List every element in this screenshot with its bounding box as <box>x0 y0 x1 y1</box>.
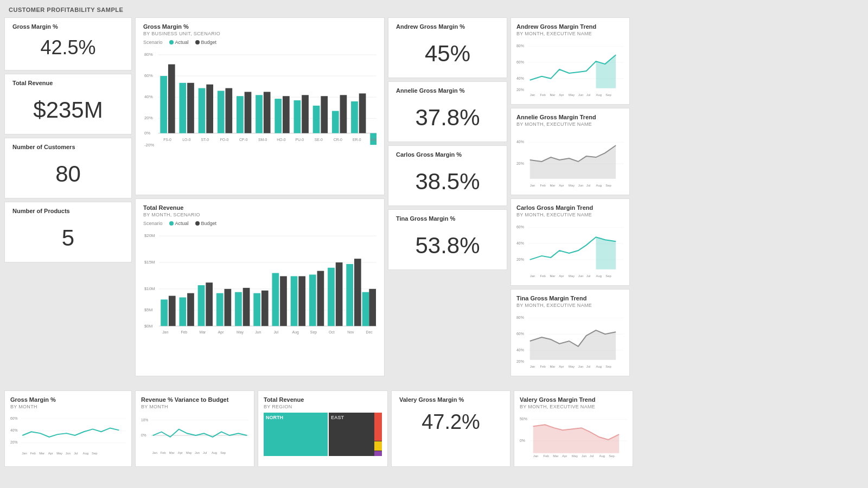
svg-rect-12 <box>168 65 175 133</box>
gross-margin-bu-subtitle: BY BUSINESS UNIT, SCENARIO <box>143 31 376 36</box>
svg-text:HO-0: HO-0 <box>277 138 286 142</box>
svg-text:20%: 20% <box>10 441 18 445</box>
svg-rect-64 <box>235 292 242 326</box>
gross-margin-month-chart: 60% 40% 20% Jan Feb Mar Apr May Jun Jul … <box>10 413 126 459</box>
revenue-variance-subtitle: BY MONTH <box>141 404 248 409</box>
svg-rect-56 <box>161 299 168 326</box>
svg-rect-62 <box>216 293 224 326</box>
svg-text:Aug: Aug <box>596 365 602 369</box>
svg-text:40%: 40% <box>10 428 18 432</box>
svg-rect-18 <box>225 88 232 133</box>
svg-rect-66 <box>253 293 260 326</box>
svg-text:Feb: Feb <box>540 94 546 97</box>
actual-legend-item2: Actual <box>169 221 189 226</box>
svg-text:Mar: Mar <box>550 365 555 369</box>
svg-text:Sep: Sep <box>609 454 615 458</box>
svg-rect-68 <box>272 273 279 326</box>
valery-margin-label: Valery Gross Margin % <box>399 396 502 403</box>
num-products-kpi-card: Number of Products 5 <box>4 202 132 262</box>
svg-text:40%: 40% <box>516 348 524 352</box>
svg-rect-25 <box>294 100 301 133</box>
svg-text:Jan: Jan <box>530 275 535 278</box>
svg-text:SE-0: SE-0 <box>315 138 323 142</box>
svg-text:$20M: $20M <box>144 233 155 238</box>
valery-margin-card: Valery Gross Margin % 47.2% <box>391 390 510 467</box>
num-customers-value: 80 <box>12 151 124 192</box>
svg-text:MA-0: MA-0 <box>371 138 376 142</box>
svg-text:Sep: Sep <box>605 275 611 278</box>
scenario-legend-label: Scenario <box>143 40 163 45</box>
budget-legend-item2: Budget <box>195 221 217 226</box>
tina-margin-card: Tina Gross Margin % 53.8% <box>388 209 507 270</box>
tina-trend-card: Tina Gross Margin Trend BY MONTH, EXECUT… <box>510 289 630 376</box>
svg-text:Oct: Oct <box>329 330 335 334</box>
svg-text:May: May <box>569 365 575 369</box>
svg-rect-31 <box>351 101 358 133</box>
total-revenue-month-card: Total Revenue BY MONTH, SCENARIO Scenari… <box>135 198 385 376</box>
svg-text:Sep: Sep <box>92 452 97 455</box>
svg-rect-32 <box>359 93 366 133</box>
valery-trend-subtitle: BY MONTH, EXECUTIVE NAME <box>520 404 627 409</box>
annelie-trend-subtitle: BY MONTH, EXECUTIVE NAME <box>516 121 624 127</box>
svg-text:Feb: Feb <box>540 275 546 278</box>
num-products-value: 5 <box>12 215 124 256</box>
svg-text:Aug: Aug <box>212 451 217 454</box>
carlos-margin-card: Carlos Gross Margin % 38.5% <box>388 145 507 206</box>
svg-text:80%: 80% <box>516 316 524 319</box>
svg-text:May: May <box>237 330 244 335</box>
svg-text:Aug: Aug <box>83 452 88 455</box>
svg-text:Mar: Mar <box>553 454 558 458</box>
svg-text:Apr: Apr <box>559 275 564 278</box>
svg-text:Jul: Jul <box>586 94 591 97</box>
svg-text:Jul: Jul <box>203 451 207 454</box>
andrew-trend-card: Andrew Gross Margin Trend BY MONTH, EXEC… <box>510 17 630 105</box>
svg-text:Jul: Jul <box>586 275 591 278</box>
svg-rect-58 <box>179 297 186 326</box>
scenario-legend-label2: Scenario <box>143 221 163 226</box>
total-revenue-region-card: Total Revenue BY REGION NORTH EAST <box>258 390 388 467</box>
svg-text:Dec: Dec <box>366 330 373 334</box>
total-revenue-value: $235M <box>12 87 124 129</box>
svg-text:Jun: Jun <box>578 184 584 188</box>
gross-margin-kpi-card: Gross Margin % 42.5% <box>4 17 132 70</box>
svg-rect-57 <box>169 296 176 326</box>
svg-text:$5M: $5M <box>144 307 152 312</box>
num-customers-label: Number of Customers <box>12 144 124 150</box>
num-customers-kpi-card: Number of Customers 80 <box>4 138 132 198</box>
svg-text:PU-0: PU-0 <box>295 138 304 142</box>
svg-text:Apr: Apr <box>178 451 183 454</box>
total-revenue-month-title: Total Revenue <box>143 204 376 211</box>
svg-rect-19 <box>237 96 244 133</box>
svg-rect-76 <box>346 264 353 326</box>
svg-text:60%: 60% <box>10 416 18 420</box>
svg-rect-73 <box>317 271 324 326</box>
svg-text:Jun: Jun <box>578 94 584 97</box>
svg-text:Jan: Jan <box>152 451 157 454</box>
svg-text:Aug: Aug <box>596 275 602 278</box>
gross-margin-bu-chart: 80% 60% 40% 20% 0% -20% <box>143 47 376 156</box>
annelie-trend-chart: 40% 20% Jan Feb Mar Apr May Jun Jul Aug … <box>516 130 624 190</box>
svg-text:Sep: Sep <box>605 365 611 369</box>
svg-text:20%: 20% <box>516 359 524 363</box>
svg-text:Apr: Apr <box>218 330 224 335</box>
svg-text:Jul: Jul <box>586 184 591 188</box>
svg-text:May: May <box>569 94 575 97</box>
svg-text:ST-0: ST-0 <box>201 138 209 142</box>
valery-trend-card: Valery Gross Margin Trend BY MONTH, EXEC… <box>514 390 633 467</box>
valery-trend-title: Valery Gross Margin Trend <box>520 396 627 403</box>
svg-text:LO-0: LO-0 <box>182 138 190 142</box>
total-revenue-kpi-card: Total Revenue $235M <box>4 74 132 134</box>
svg-rect-16 <box>206 85 213 133</box>
svg-rect-20 <box>245 92 252 133</box>
svg-text:80%: 80% <box>516 44 524 48</box>
svg-text:20%: 20% <box>516 258 524 261</box>
svg-rect-65 <box>243 288 250 326</box>
svg-text:80%: 80% <box>144 52 153 57</box>
gross-margin-month-title: Gross Margin % <box>10 396 126 403</box>
svg-text:Jun: Jun <box>255 330 261 334</box>
svg-text:Aug: Aug <box>596 94 602 97</box>
annelie-margin-card: Annelie Gross Margin % 37.8% <box>388 81 507 142</box>
svg-rect-69 <box>280 276 287 326</box>
svg-rect-60 <box>198 285 205 326</box>
svg-text:May: May <box>569 184 575 188</box>
